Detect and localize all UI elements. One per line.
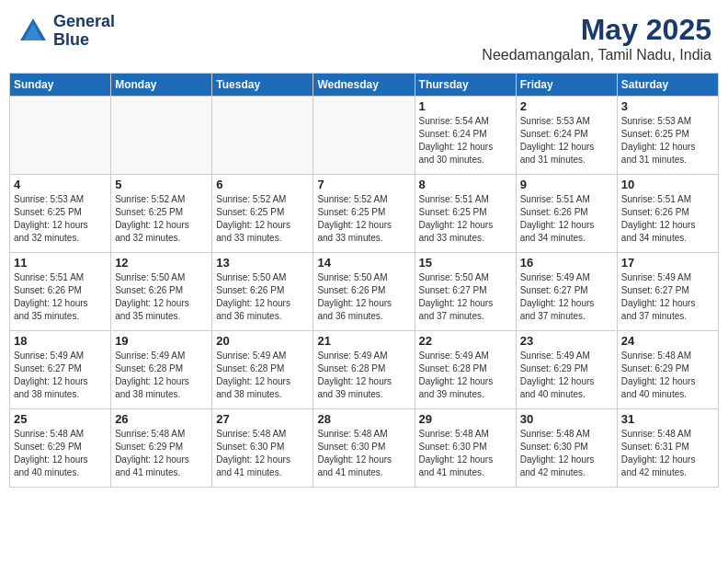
cell-daylight-info: Sunrise: 5:48 AM Sunset: 6:29 PM Dayligh…: [621, 350, 714, 401]
weekday-header: Wednesday: [313, 74, 415, 97]
location: Needamangalan, Tamil Nadu, India: [482, 47, 711, 63]
day-number: 8: [419, 178, 512, 191]
calendar-cell: 4Sunrise: 5:53 AM Sunset: 6:25 PM Daylig…: [10, 175, 111, 253]
cell-daylight-info: Sunrise: 5:49 AM Sunset: 6:28 PM Dayligh…: [115, 350, 208, 401]
calendar-week-row: 1Sunrise: 5:54 AM Sunset: 6:24 PM Daylig…: [10, 97, 719, 175]
calendar-cell: 13Sunrise: 5:50 AM Sunset: 6:26 PM Dayli…: [212, 253, 313, 331]
logo-line2: Blue: [53, 31, 115, 50]
cell-daylight-info: Sunrise: 5:50 AM Sunset: 6:26 PM Dayligh…: [317, 271, 410, 323]
day-number: 27: [216, 412, 309, 426]
calendar-cell: 14Sunrise: 5:50 AM Sunset: 6:26 PM Dayli…: [313, 253, 415, 331]
calendar-cell: 10Sunrise: 5:51 AM Sunset: 6:26 PM Dayli…: [617, 175, 718, 253]
logo-icon: [17, 15, 50, 48]
cell-daylight-info: Sunrise: 5:50 AM Sunset: 6:27 PM Dayligh…: [419, 271, 512, 323]
day-number: 3: [621, 99, 714, 113]
calendar-week-row: 4Sunrise: 5:53 AM Sunset: 6:25 PM Daylig…: [10, 175, 719, 253]
day-number: 22: [419, 334, 512, 348]
day-number: 19: [115, 334, 208, 348]
cell-daylight-info: Sunrise: 5:48 AM Sunset: 6:31 PM Dayligh…: [621, 428, 714, 479]
day-number: 18: [14, 334, 107, 348]
cell-daylight-info: Sunrise: 5:48 AM Sunset: 6:30 PM Dayligh…: [216, 428, 309, 479]
calendar-cell: 1Sunrise: 5:54 AM Sunset: 6:24 PM Daylig…: [415, 97, 516, 175]
cell-daylight-info: Sunrise: 5:49 AM Sunset: 6:27 PM Dayligh…: [520, 271, 613, 323]
calendar-cell: 19Sunrise: 5:49 AM Sunset: 6:28 PM Dayli…: [111, 331, 212, 409]
calendar-cell: 8Sunrise: 5:51 AM Sunset: 6:25 PM Daylig…: [415, 175, 516, 253]
calendar-cell: 28Sunrise: 5:48 AM Sunset: 6:30 PM Dayli…: [313, 409, 415, 488]
calendar-cell: 29Sunrise: 5:48 AM Sunset: 6:30 PM Dayli…: [415, 409, 516, 488]
day-number: 1: [419, 99, 512, 113]
cell-daylight-info: Sunrise: 5:52 AM Sunset: 6:25 PM Dayligh…: [115, 193, 208, 245]
day-number: 25: [14, 412, 107, 426]
calendar-cell: 12Sunrise: 5:50 AM Sunset: 6:26 PM Dayli…: [111, 253, 212, 331]
calendar-cell: [313, 97, 415, 175]
calendar-cell: 3Sunrise: 5:53 AM Sunset: 6:25 PM Daylig…: [617, 97, 718, 175]
day-number: 20: [216, 334, 309, 348]
logo-line1: General: [53, 13, 115, 31]
title-block: May 2025 Needamangalan, Tamil Nadu, Indi…: [482, 13, 711, 63]
day-number: 26: [115, 412, 208, 426]
weekday-header: Saturday: [617, 74, 718, 97]
day-number: 28: [317, 412, 410, 426]
day-number: 12: [115, 256, 208, 270]
day-number: 17: [621, 256, 714, 270]
cell-daylight-info: Sunrise: 5:53 AM Sunset: 6:24 PM Dayligh…: [520, 115, 613, 167]
calendar-cell: 17Sunrise: 5:49 AM Sunset: 6:27 PM Dayli…: [617, 253, 718, 331]
calendar-cell: 11Sunrise: 5:51 AM Sunset: 6:26 PM Dayli…: [10, 253, 111, 331]
weekday-header: Thursday: [415, 74, 516, 97]
calendar-cell: 21Sunrise: 5:49 AM Sunset: 6:28 PM Dayli…: [313, 331, 415, 409]
cell-daylight-info: Sunrise: 5:54 AM Sunset: 6:24 PM Dayligh…: [419, 115, 512, 167]
calendar-cell: 30Sunrise: 5:48 AM Sunset: 6:30 PM Dayli…: [516, 409, 617, 488]
calendar-cell: 9Sunrise: 5:51 AM Sunset: 6:26 PM Daylig…: [516, 175, 617, 253]
cell-daylight-info: Sunrise: 5:53 AM Sunset: 6:25 PM Dayligh…: [14, 193, 107, 245]
day-number: 30: [520, 412, 613, 426]
day-number: 16: [520, 256, 613, 270]
calendar-cell: 23Sunrise: 5:49 AM Sunset: 6:29 PM Dayli…: [516, 331, 617, 409]
cell-daylight-info: Sunrise: 5:48 AM Sunset: 6:30 PM Dayligh…: [520, 428, 613, 479]
calendar-cell: 24Sunrise: 5:48 AM Sunset: 6:29 PM Dayli…: [617, 331, 718, 409]
calendar-cell: 5Sunrise: 5:52 AM Sunset: 6:25 PM Daylig…: [111, 175, 212, 253]
calendar-cell: 25Sunrise: 5:48 AM Sunset: 6:29 PM Dayli…: [10, 409, 111, 488]
day-number: 14: [317, 256, 410, 270]
calendar-cell: [10, 97, 111, 175]
day-number: 4: [14, 178, 107, 191]
cell-daylight-info: Sunrise: 5:51 AM Sunset: 6:26 PM Dayligh…: [621, 193, 714, 245]
day-number: 6: [216, 178, 309, 191]
calendar-cell: 7Sunrise: 5:52 AM Sunset: 6:25 PM Daylig…: [313, 175, 415, 253]
calendar-cell: 27Sunrise: 5:48 AM Sunset: 6:30 PM Dayli…: [212, 409, 313, 488]
calendar-cell: 22Sunrise: 5:49 AM Sunset: 6:28 PM Dayli…: [415, 331, 516, 409]
cell-daylight-info: Sunrise: 5:48 AM Sunset: 6:29 PM Dayligh…: [14, 428, 107, 479]
logo: General Blue: [17, 13, 115, 50]
day-number: 24: [621, 334, 714, 348]
cell-daylight-info: Sunrise: 5:49 AM Sunset: 6:28 PM Dayligh…: [419, 350, 512, 401]
cell-daylight-info: Sunrise: 5:48 AM Sunset: 6:30 PM Dayligh…: [419, 428, 512, 479]
calendar-cell: 20Sunrise: 5:49 AM Sunset: 6:28 PM Dayli…: [212, 331, 313, 409]
calendar-cell: 15Sunrise: 5:50 AM Sunset: 6:27 PM Dayli…: [415, 253, 516, 331]
day-number: 7: [317, 178, 410, 191]
calendar-cell: 16Sunrise: 5:49 AM Sunset: 6:27 PM Dayli…: [516, 253, 617, 331]
day-number: 2: [520, 99, 613, 113]
weekday-header: Monday: [111, 74, 212, 97]
cell-daylight-info: Sunrise: 5:49 AM Sunset: 6:27 PM Dayligh…: [14, 350, 107, 401]
cell-daylight-info: Sunrise: 5:48 AM Sunset: 6:30 PM Dayligh…: [317, 428, 410, 479]
day-number: 13: [216, 256, 309, 270]
cell-daylight-info: Sunrise: 5:49 AM Sunset: 6:27 PM Dayligh…: [621, 271, 714, 323]
day-number: 15: [419, 256, 512, 270]
day-number: 9: [520, 178, 613, 191]
calendar-cell: 6Sunrise: 5:52 AM Sunset: 6:25 PM Daylig…: [212, 175, 313, 253]
weekday-header: Friday: [516, 74, 617, 97]
month-year: May 2025: [482, 13, 711, 47]
day-number: 5: [115, 178, 208, 191]
day-number: 31: [621, 412, 714, 426]
day-number: 21: [317, 334, 410, 348]
calendar-cell: [111, 97, 212, 175]
cell-daylight-info: Sunrise: 5:49 AM Sunset: 6:28 PM Dayligh…: [216, 350, 309, 401]
cell-daylight-info: Sunrise: 5:52 AM Sunset: 6:25 PM Dayligh…: [317, 193, 410, 245]
cell-daylight-info: Sunrise: 5:48 AM Sunset: 6:29 PM Dayligh…: [115, 428, 208, 479]
cell-daylight-info: Sunrise: 5:51 AM Sunset: 6:26 PM Dayligh…: [14, 271, 107, 323]
calendar-cell: 18Sunrise: 5:49 AM Sunset: 6:27 PM Dayli…: [10, 331, 111, 409]
weekday-header: Sunday: [10, 74, 111, 97]
calendar-week-row: 25Sunrise: 5:48 AM Sunset: 6:29 PM Dayli…: [10, 409, 719, 488]
calendar-week-row: 11Sunrise: 5:51 AM Sunset: 6:26 PM Dayli…: [10, 253, 719, 331]
calendar-table: SundayMondayTuesdayWednesdayThursdayFrid…: [9, 73, 719, 488]
calendar-cell: [212, 97, 313, 175]
